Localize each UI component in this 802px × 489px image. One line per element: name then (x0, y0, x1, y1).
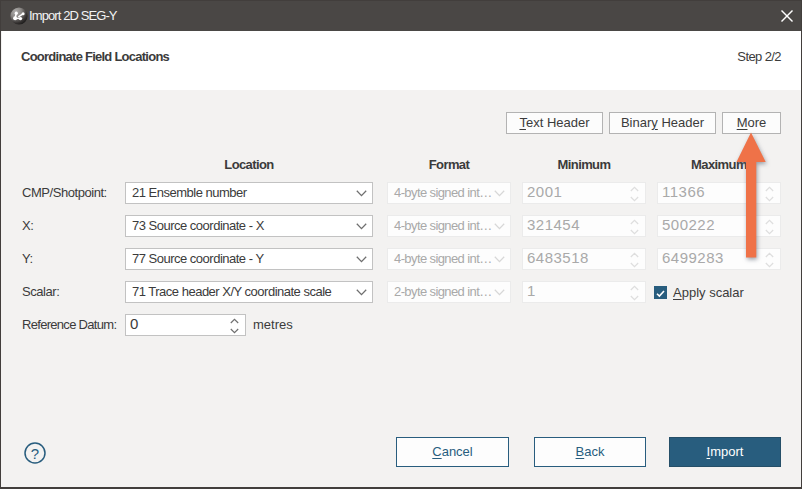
svg-text:?: ? (31, 445, 39, 462)
